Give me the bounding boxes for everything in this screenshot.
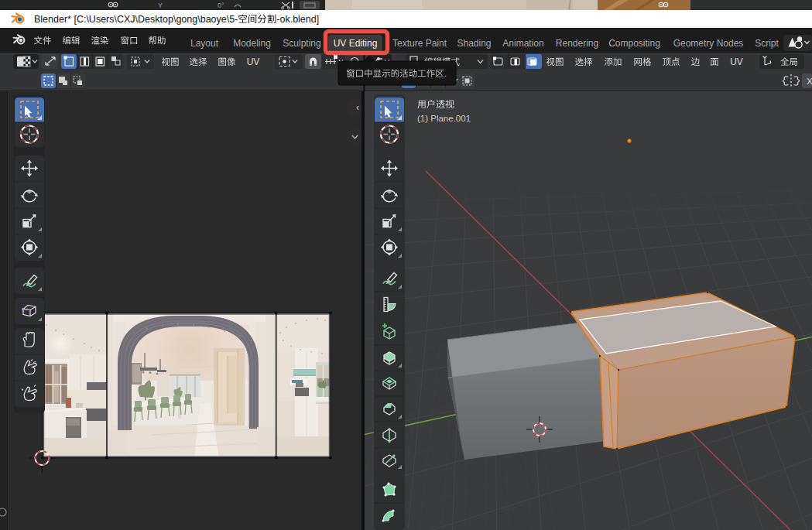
svg-text:-ok.blend]: -ok.blend] <box>276 14 319 25</box>
svg-text:Modeling: Modeling <box>233 38 271 49</box>
svg-text:Geometry Nodes: Geometry Nodes <box>673 38 744 49</box>
svg-text:.: . <box>444 69 447 78</box>
svg-text:‹: ‹ <box>356 102 359 113</box>
svg-text:Sculpting: Sculpting <box>283 38 320 49</box>
svg-text:Texture Paint: Texture Paint <box>392 38 447 49</box>
svg-text:Animation: Animation <box>502 38 543 49</box>
svg-text:UV Editing: UV Editing <box>334 38 378 49</box>
svg-text:Script: Script <box>755 38 779 49</box>
svg-text:Rendering: Rendering <box>556 38 598 49</box>
svg-text:UV: UV <box>730 56 743 67</box>
svg-text:Compositing: Compositing <box>608 38 660 49</box>
svg-text:0°: 0° <box>218 2 224 9</box>
svg-text:Blender* [C:\Users\CXJ\Desktop: Blender* [C:\Users\CXJ\Desktop\gong\baoy… <box>34 14 238 25</box>
svg-text:Shading: Shading <box>457 38 491 49</box>
svg-text:Y: Y <box>158 2 163 9</box>
svg-text:Layout: Layout <box>190 38 219 49</box>
svg-text:(1) Plane.001: (1) Plane.001 <box>417 114 471 123</box>
svg-text:X: X <box>807 77 812 86</box>
svg-text:UV: UV <box>247 56 260 67</box>
